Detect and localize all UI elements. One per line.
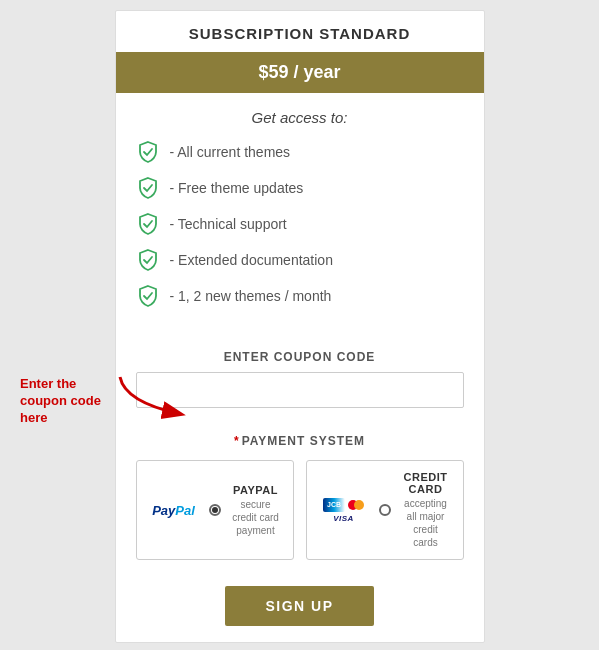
features-section: Get access to: - All current themes - Fr… xyxy=(116,93,484,340)
signup-section: SIGN UP xyxy=(116,576,484,642)
cc-info: CREDIT CARD accepting all major credit c… xyxy=(401,471,451,549)
paypal-logo-text: PayPal xyxy=(152,503,195,518)
mastercard-badge xyxy=(348,500,364,510)
feature-item-4: - Extended documentation xyxy=(136,248,464,272)
card-header: SUBSCRIPTION STANDARD xyxy=(116,11,484,52)
paypal-option[interactable]: PayPal PAYPAL secure credit card payment xyxy=(136,460,294,560)
shield-check-icon-3 xyxy=(136,212,160,236)
payment-section: *PAYMENT SYSTEM PayPal PAYPAL secure cre… xyxy=(116,424,484,576)
shield-check-icon-4 xyxy=(136,248,160,272)
arrow-container xyxy=(115,372,195,422)
feature-item-3: - Technical support xyxy=(136,212,464,236)
paypal-logo: PayPal xyxy=(149,495,199,525)
feature-text-3: - Technical support xyxy=(170,216,287,232)
visa-badge: VISA xyxy=(333,514,354,523)
paypal-info: PAYPAL secure credit card payment xyxy=(231,484,281,537)
coupon-label: ENTER COUPON CODE xyxy=(136,350,464,364)
signup-button[interactable]: SIGN UP xyxy=(225,586,373,626)
features-title: Get access to: xyxy=(136,109,464,126)
shield-check-icon-1 xyxy=(136,140,160,164)
paypal-name: PAYPAL xyxy=(231,484,281,496)
cc-logo: JCB VISA xyxy=(319,495,369,525)
feature-item-2: - Free theme updates xyxy=(136,176,464,200)
jcb-badge: JCB xyxy=(323,498,345,512)
feature-text-1: - All current themes xyxy=(170,144,291,160)
arrow-icon xyxy=(115,372,195,422)
feature-text-5: - 1, 2 new themes / month xyxy=(170,288,332,304)
feature-item-5: - 1, 2 new themes / month xyxy=(136,284,464,308)
payment-options: PayPal PAYPAL secure credit card payment xyxy=(136,460,464,560)
shield-check-icon-2 xyxy=(136,176,160,200)
feature-item-1: - All current themes xyxy=(136,140,464,164)
payment-label: *PAYMENT SYSTEM xyxy=(136,434,464,448)
mc-right xyxy=(354,500,364,510)
coupon-annotation: Enter the coupon code here xyxy=(20,372,195,427)
subscription-card: SUBSCRIPTION STANDARD $59 / year Get acc… xyxy=(115,10,485,643)
paypal-radio[interactable] xyxy=(209,504,221,516)
cc-name: CREDIT CARD xyxy=(401,471,451,495)
price-bar: $59 / year xyxy=(116,52,484,93)
shield-check-icon-5 xyxy=(136,284,160,308)
feature-text-4: - Extended documentation xyxy=(170,252,333,268)
annotation-text: Enter the coupon code here xyxy=(20,376,110,427)
subscription-title: SUBSCRIPTION STANDARD xyxy=(126,25,474,42)
credit-card-option[interactable]: JCB VISA CREDIT CARD acceptin xyxy=(306,460,464,560)
paypal-desc: secure credit card payment xyxy=(231,498,281,537)
page-wrapper: Enter the coupon code here SUBSCRIPTION … xyxy=(0,10,599,643)
cc-logo-badges: JCB VISA xyxy=(323,498,364,523)
cc-desc: accepting all major credit cards xyxy=(401,497,451,549)
credit-card-radio[interactable] xyxy=(379,504,391,516)
required-marker: * xyxy=(234,434,240,448)
feature-text-2: - Free theme updates xyxy=(170,180,304,196)
